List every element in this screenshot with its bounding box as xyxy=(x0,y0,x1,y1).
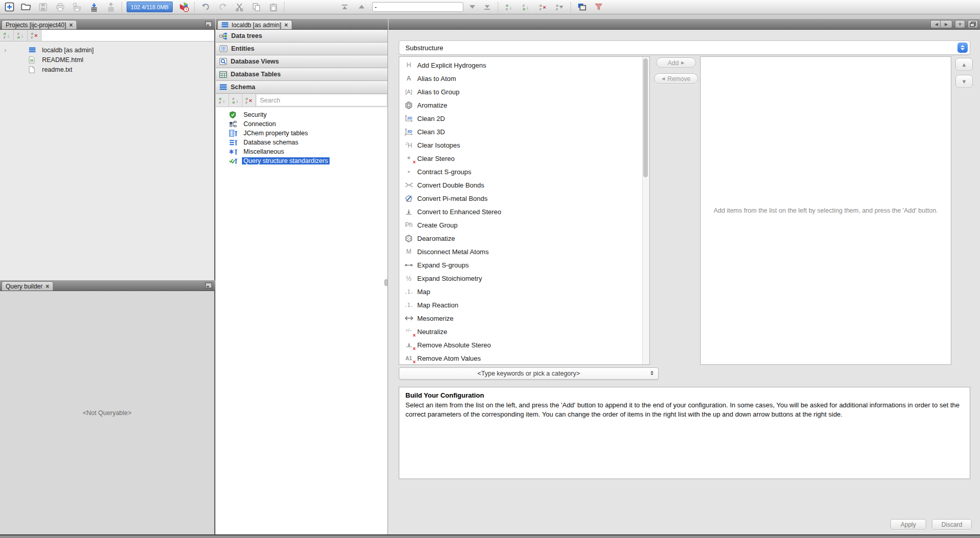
sort-descending-button[interactable]: za↓ xyxy=(229,94,242,107)
copy-button[interactable] xyxy=(250,2,262,13)
standardizer-list-item[interactable]: .1.Map xyxy=(399,285,649,298)
standardizer-list-item[interactable]: HAdd Explicit Hydrogens xyxy=(399,58,649,72)
standardizer-list-item[interactable]: Convert to Enhanced Stereo xyxy=(399,205,649,218)
map-icon: .1. xyxy=(403,287,414,296)
schema-tree-item[interactable]: Security xyxy=(216,110,387,119)
standardizer-list-item[interactable]: 2DClean 2D xyxy=(399,112,649,125)
section-header-data-trees[interactable]: Data trees xyxy=(216,30,387,43)
cut-button[interactable] xyxy=(233,2,246,13)
minimize-window-group-button[interactable] xyxy=(205,21,212,27)
sort-descending-button[interactable]: za↓ xyxy=(14,30,28,41)
schema-search-input[interactable] xyxy=(257,95,386,106)
import-button[interactable] xyxy=(88,2,100,13)
section-header-database-tables[interactable]: Database Tables xyxy=(216,68,387,81)
move-up-button[interactable]: ▲ xyxy=(955,58,973,71)
tab-projects[interactable]: Projects [ijc-project40] × xyxy=(2,20,77,29)
standardizer-list-item[interactable]: Mesomerize xyxy=(399,312,649,325)
section-header-database-views[interactable]: Database Views xyxy=(216,55,387,68)
expand-chevron-icon[interactable]: › xyxy=(4,46,10,54)
window-bottom-edge xyxy=(0,534,980,538)
undo-button[interactable] xyxy=(199,2,212,13)
standardizer-list-item[interactable]: [A]Alias to Group xyxy=(399,85,649,98)
paste-button[interactable] xyxy=(267,2,279,13)
sort-ascending-button[interactable]: az↓ xyxy=(503,2,515,13)
standardizer-list-item[interactable]: 2HClear Isotopes xyxy=(399,138,649,152)
standardizer-list-item[interactable]: +/−×Neutralize xyxy=(399,325,649,338)
row-dropdown-button[interactable] xyxy=(468,2,476,13)
custom-sort-button[interactable]: az xyxy=(554,2,566,13)
standardizer-list-item[interactable]: ½Expand Stoichiometry xyxy=(399,272,649,285)
go-last-row-button[interactable] xyxy=(481,2,493,13)
standardizer-list-item[interactable]: *Contract S-groups xyxy=(399,165,649,178)
scheduler-button[interactable] xyxy=(177,2,190,13)
standardizer-type-select[interactable]: Substructure xyxy=(399,40,970,55)
aromatize-icon xyxy=(403,100,414,110)
clear-sort-button[interactable]: az× xyxy=(537,2,549,13)
section-header-entities[interactable]: Entities xyxy=(216,43,387,55)
tab-scroll-right-button[interactable]: ▶ xyxy=(940,20,952,28)
standardizer-list-item[interactable]: Convert Pi-metal Bonds xyxy=(399,192,649,205)
standardizer-list-item[interactable]: PhCreate Group xyxy=(399,218,649,232)
category-filter-select[interactable]: <Type keywords or pick a category> xyxy=(399,367,659,380)
standardizer-list-item[interactable]: Aromatize xyxy=(399,98,649,112)
standardizer-item-label: Clean 2D xyxy=(417,115,445,122)
add-button[interactable]: Add ▶ xyxy=(656,57,696,68)
standardizer-list-item[interactable]: ×Remove Absolute Stereo xyxy=(399,338,649,351)
schema-tree-item[interactable]: Miscellaneous xyxy=(216,147,387,156)
tab-query-builder[interactable]: Query builder × xyxy=(2,281,53,291)
sort-ascending-button[interactable]: az↓ xyxy=(0,30,14,41)
standardizer-list-item[interactable]: AAlias to Atom xyxy=(399,72,649,85)
apply-button[interactable]: Apply xyxy=(890,519,926,530)
clear-sort-button[interactable]: az× xyxy=(242,94,256,107)
select-stepper-icon[interactable] xyxy=(957,43,968,53)
scrollbar-thumb[interactable] xyxy=(643,58,648,177)
windows-button[interactable] xyxy=(576,2,588,13)
discard-button[interactable]: Discard xyxy=(932,519,972,530)
export-button[interactable] xyxy=(105,2,117,13)
schema-tree-item[interactable]: Query structure standardizers xyxy=(216,156,387,165)
memory-indicator[interactable]: 102.4/118.0MB xyxy=(127,2,173,12)
open-project-button[interactable] xyxy=(20,2,32,13)
sort-descending-button[interactable]: za↓ xyxy=(520,2,532,13)
save-all-button[interactable] xyxy=(37,2,49,13)
close-icon[interactable]: × xyxy=(69,22,73,28)
minimize-window-group-button[interactable] xyxy=(205,282,212,288)
close-icon[interactable]: × xyxy=(46,283,49,289)
section-header-schema[interactable]: Schema xyxy=(216,81,387,94)
standardizer-list-item[interactable]: MDisconnect Metal Atoms xyxy=(399,245,649,258)
project-tree-item[interactable]: README.html xyxy=(0,55,214,65)
print-button[interactable] xyxy=(54,2,66,13)
toolbar-separator xyxy=(570,2,571,12)
filter-button[interactable] xyxy=(593,2,605,13)
standardizer-list-item[interactable]: .1.Map Reaction xyxy=(399,298,649,312)
tab-localdb-schema[interactable]: localdb [as admin] × xyxy=(217,20,292,29)
previous-row-button[interactable] xyxy=(355,2,368,13)
close-icon[interactable]: × xyxy=(284,22,288,28)
move-down-button[interactable]: ▼ xyxy=(955,75,973,88)
current-row-input[interactable] xyxy=(372,2,463,12)
standardizer-list-item[interactable]: Expand S-groups xyxy=(399,258,649,272)
schema-tree-item[interactable]: JChem property tables xyxy=(216,129,387,138)
project-tree-item[interactable]: readme.txt xyxy=(0,65,214,74)
tab-list-dropdown-button[interactable]: ▼ xyxy=(955,20,965,28)
standardizer-list-item[interactable]: *×Clear Stereo xyxy=(399,152,649,165)
go-first-row-button[interactable] xyxy=(338,2,351,13)
remove-button[interactable]: ◀ Remove xyxy=(654,73,698,84)
clear-sort-button[interactable]: az× xyxy=(28,30,42,41)
redo-button[interactable] xyxy=(216,2,229,13)
schema-tree-item[interactable]: Database schemas xyxy=(216,138,387,147)
schema-tree-item[interactable]: Connection xyxy=(216,119,387,129)
maximize-window-button[interactable] xyxy=(968,20,978,28)
splitter-grip[interactable] xyxy=(384,279,388,286)
standardizer-list-item[interactable]: Convert Double Bonds xyxy=(399,178,649,192)
standardizer-list-item[interactable]: Dearomatize xyxy=(399,232,649,245)
project-tree-item[interactable]: ›localdb [as admin] xyxy=(0,45,214,55)
print-preview-button[interactable] xyxy=(71,2,83,13)
standardizer-list-item[interactable]: 3DClean 3D xyxy=(399,125,649,138)
projects-filter-input[interactable] xyxy=(42,30,214,41)
new-file-button[interactable] xyxy=(3,2,15,13)
standardizer-list-item[interactable]: A1×Remove Atom Values xyxy=(399,351,649,365)
sort-ascending-button[interactable]: az↓ xyxy=(216,94,229,107)
list-scrollbar[interactable] xyxy=(642,57,649,364)
schema-item-label: JChem property tables xyxy=(242,130,310,137)
